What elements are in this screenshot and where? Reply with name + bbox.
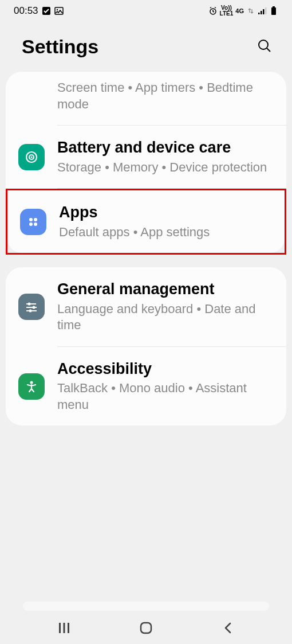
checkbox-icon [42, 6, 51, 15]
svg-rect-26 [31, 310, 37, 311]
home-icon [139, 621, 153, 637]
list-item-device-care[interactable]: Battery and device care Storage • Memory… [6, 126, 286, 188]
header: Settings [0, 22, 292, 72]
svg-rect-8 [273, 6, 275, 7]
row-title: Apps [59, 203, 272, 221]
recents-button[interactable] [47, 617, 81, 640]
row-subtitle: Default apps • App settings [59, 224, 272, 241]
row-subtitle: Storage • Memory • Device protection [57, 159, 274, 176]
svg-rect-19 [30, 303, 36, 305]
page-title: Settings [22, 36, 98, 58]
svg-rect-1 [55, 7, 63, 14]
search-icon [257, 38, 273, 56]
list-item-apps[interactable]: Apps Default apps • App settings [7, 190, 285, 253]
svg-point-24 [29, 309, 32, 312]
image-icon [54, 6, 64, 15]
svg-rect-25 [26, 310, 29, 311]
svg-rect-28 [59, 623, 61, 633]
svg-point-18 [28, 302, 31, 305]
svg-rect-30 [68, 623, 69, 633]
svg-rect-29 [63, 623, 65, 633]
svg-point-10 [259, 40, 268, 49]
svg-rect-23 [35, 307, 37, 308]
apps-icon [20, 209, 46, 235]
scroll-indicator [23, 602, 269, 611]
highlight-frame: Apps Default apps • App settings [6, 189, 286, 255]
back-icon [222, 621, 234, 637]
svg-point-27 [30, 381, 33, 384]
status-right: Vo)) LTE1 4G [208, 5, 278, 17]
recents-icon [58, 622, 70, 636]
settings-card-device: Screen time • App timers • Bedtime mode … [6, 72, 286, 255]
search-button[interactable] [254, 37, 275, 57]
svg-point-16 [29, 223, 33, 226]
list-item-accessibility[interactable]: Accessibility TalkBack • Mono audio • As… [6, 347, 286, 426]
svg-rect-6 [263, 9, 265, 14]
svg-rect-9 [271, 7, 276, 15]
svg-rect-22 [26, 307, 33, 308]
list-item-digital-wellbeing[interactable]: Screen time • App timers • Bedtime mode [6, 72, 286, 125]
svg-point-13 [31, 156, 33, 158]
navigation-bar [0, 613, 292, 644]
status-bar: 00:53 Vo)) LTE1 4G [0, 0, 292, 22]
row-title: Battery and device care [57, 138, 274, 157]
svg-point-14 [29, 218, 33, 221]
status-left: 00:53 [14, 5, 64, 17]
status-time: 00:53 [14, 5, 38, 17]
home-button[interactable] [129, 617, 163, 640]
battery-icon [269, 6, 278, 15]
row-subtitle: Screen time • App timers • Bedtime mode [57, 80, 274, 112]
data-arrows-icon [246, 6, 255, 15]
row-title: General management [57, 280, 274, 298]
signal-icon [258, 6, 267, 15]
svg-point-17 [34, 223, 37, 226]
svg-rect-5 [261, 11, 262, 14]
svg-rect-7 [265, 7, 267, 14]
accessibility-icon [18, 373, 45, 400]
alarm-icon [208, 6, 218, 15]
general-management-icon [18, 294, 45, 320]
svg-rect-4 [258, 13, 260, 14]
svg-point-21 [33, 306, 35, 309]
row-subtitle: TalkBack • Mono audio • Assistant menu [57, 380, 274, 413]
svg-rect-20 [26, 303, 28, 305]
device-care-icon [18, 144, 45, 170]
back-button[interactable] [211, 617, 245, 640]
settings-card-general: General management Language and keyboard… [6, 267, 286, 426]
row-title: Accessibility [57, 360, 274, 378]
volte-indicator: Vo)) LTE1 [220, 5, 234, 17]
svg-point-15 [34, 218, 37, 221]
network-type: 4G [235, 8, 244, 14]
svg-rect-31 [141, 623, 151, 633]
svg-point-2 [56, 9, 57, 10]
list-item-general-management[interactable]: General management Language and keyboard… [6, 267, 286, 346]
row-subtitle: Language and keyboard • Date and time [57, 301, 274, 334]
